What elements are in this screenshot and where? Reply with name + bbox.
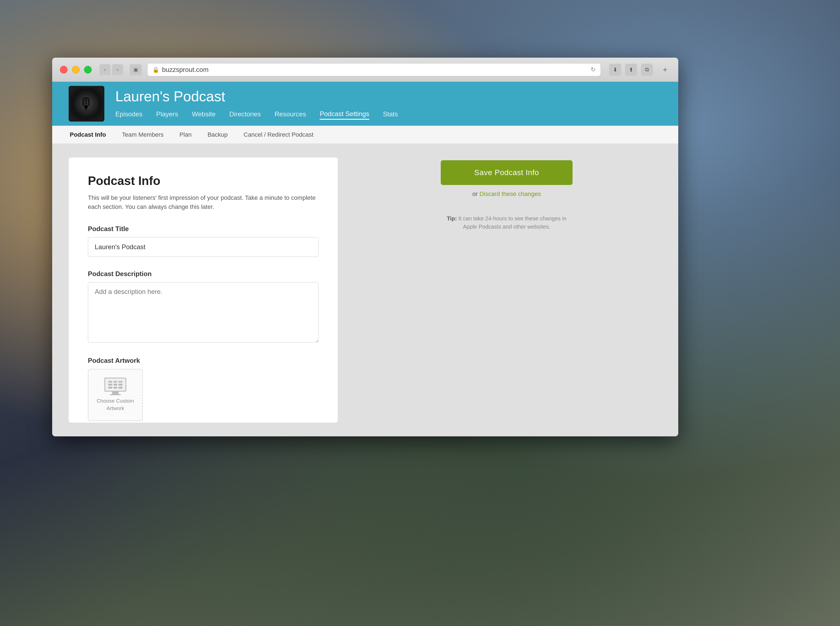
discard-prefix: or [472, 191, 480, 197]
artwork-monitor-icon [104, 378, 126, 395]
tip-body: It can take 24-hours to see these change… [458, 216, 566, 230]
pixel-8 [113, 387, 118, 389]
podcast-logo-inner: 🎙 [70, 87, 103, 120]
nav-directories[interactable]: Directories [229, 110, 261, 119]
sub-nav: Podcast Info Team Members Plan Backup Ca… [52, 126, 678, 144]
reload-icon[interactable]: ↻ [591, 66, 596, 73]
download-button[interactable]: ⬇ [609, 64, 621, 76]
subnav-plan[interactable]: Plan [179, 131, 193, 138]
share-icon: ⬆ [629, 66, 633, 73]
podcast-artwork-label: Podcast Artwork [88, 357, 318, 365]
share-button[interactable]: ⬆ [625, 64, 637, 76]
pixel-9 [118, 387, 122, 389]
discard-link-container: or Discard these changes [472, 191, 541, 197]
podcast-description-label: Podcast Description [88, 270, 318, 278]
monitor-stand [112, 391, 119, 394]
nav-podcast-settings[interactable]: Podcast Settings [320, 110, 369, 120]
address-bar[interactable]: 🔒 buzzsprout.com ↻ [147, 63, 601, 76]
toolbar-icons: ⬇ ⬆ ⧉ [609, 64, 653, 76]
subnav-podcast-info[interactable]: Podcast Info [69, 131, 107, 138]
nav-stats[interactable]: Stats [383, 110, 398, 119]
site-nav: Episodes Players Website Directories Res… [115, 110, 398, 120]
form-card: Podcast Info This will be your listeners… [69, 158, 338, 423]
save-podcast-info-button[interactable]: Save Podcast Info [441, 160, 572, 185]
artwork-button-label: Choose Custom Artwork [88, 398, 142, 412]
site-title: Lauren's Podcast [115, 88, 398, 105]
pixel-7 [108, 387, 112, 389]
minimize-window-button[interactable] [72, 66, 80, 74]
add-tab-icon: + [663, 65, 667, 74]
browser-title-bar: ‹ › ▣ 🔒 buzzsprout.com ↻ ⬇ ⬆ ⧉ + [52, 58, 678, 82]
tabs-icon: ⧉ [645, 66, 649, 73]
podcast-title-section: Podcast Title [88, 225, 318, 257]
tabs-button[interactable]: ⧉ [641, 64, 653, 76]
site-header-content: Lauren's Podcast Episodes Players Websit… [115, 88, 398, 120]
traffic-lights [60, 66, 92, 74]
monitor-screen [104, 378, 126, 391]
podcast-logo: 🎙 [69, 86, 104, 122]
lock-icon: 🔒 [152, 66, 159, 73]
back-button[interactable]: ‹ [99, 64, 110, 75]
form-description: This will be your listeners' first impre… [88, 193, 318, 211]
pixel-6 [118, 383, 122, 386]
site-header: 🎙 Lauren's Podcast Episodes Players Webs… [52, 82, 678, 126]
pixel-4 [108, 383, 112, 386]
sidebar-toggle-button[interactable]: ▣ [130, 64, 142, 75]
forward-button[interactable]: › [112, 64, 123, 75]
nav-resources[interactable]: Resources [274, 110, 306, 119]
subnav-backup[interactable]: Backup [207, 131, 229, 138]
close-window-button[interactable] [60, 66, 67, 74]
podcast-artwork-section: Podcast Artwork [88, 357, 318, 421]
pixel-1 [108, 381, 112, 383]
pixel-5 [113, 383, 118, 386]
main-content: Podcast Info This will be your listeners… [52, 144, 678, 437]
form-title: Podcast Info [88, 174, 318, 188]
monitor-screen-content [107, 380, 124, 390]
sidebar-icon: ▣ [133, 67, 138, 73]
add-tab-button[interactable]: + [660, 64, 671, 75]
podcast-title-label: Podcast Title [88, 225, 318, 233]
maximize-window-button[interactable] [84, 66, 92, 74]
address-text: buzzsprout.com [162, 66, 208, 74]
sidebar-actions: Save Podcast Info or Discard these chang… [351, 158, 662, 423]
tip-label: Tip: [447, 216, 457, 221]
microphone-icon: 🎙 [79, 95, 94, 113]
browser-window: ‹ › ▣ 🔒 buzzsprout.com ↻ ⬇ ⬆ ⧉ + [52, 58, 678, 437]
download-icon: ⬇ [613, 66, 617, 73]
browser-nav-buttons: ‹ › [99, 64, 123, 75]
subnav-cancel-redirect[interactable]: Cancel / Redirect Podcast [243, 131, 314, 138]
nav-episodes[interactable]: Episodes [115, 110, 143, 119]
nav-players[interactable]: Players [156, 110, 178, 119]
discard-changes-link[interactable]: Discard these changes [480, 191, 541, 197]
nav-website[interactable]: Website [192, 110, 216, 119]
podcast-description-section: Podcast Description [88, 270, 318, 344]
artwork-upload-button[interactable]: Choose Custom Artwork [88, 369, 143, 421]
pixel-3 [118, 381, 122, 383]
tip-container: Tip: It can take 24-hours to see these c… [441, 214, 572, 231]
podcast-title-input[interactable] [88, 237, 318, 257]
tip-divider [441, 206, 572, 206]
podcast-description-textarea[interactable] [88, 282, 318, 343]
monitor-base [110, 394, 121, 396]
subnav-team-members[interactable]: Team Members [121, 131, 165, 138]
pixel-2 [113, 381, 118, 383]
